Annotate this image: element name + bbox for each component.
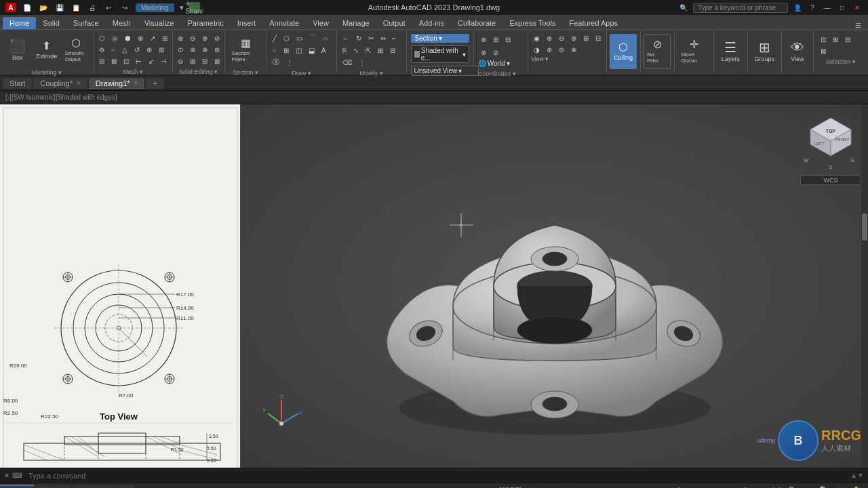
se-2[interactable]: ⊖ xyxy=(187,33,198,43)
se-4[interactable]: ⊘ xyxy=(212,33,222,43)
draw-poly[interactable]: ⬡ xyxy=(281,33,292,43)
pan-icon[interactable]: ✋ xyxy=(850,485,863,489)
nav-icon[interactable]: 🔍 xyxy=(818,485,830,489)
view-ex-6[interactable]: ⊟ xyxy=(593,33,604,43)
layout-tab-layout1[interactable]: Layout1 xyxy=(35,485,75,489)
wcs-label[interactable]: WCS xyxy=(800,176,861,185)
tool-13[interactable]: ⊟ xyxy=(96,56,107,66)
dyn-ucs-icon[interactable]: ⊜ xyxy=(707,485,719,489)
minimize-btn[interactable]: — xyxy=(822,2,833,13)
otrack-icon[interactable]: ⊙ xyxy=(609,485,621,489)
mod-trim[interactable]: ✂ xyxy=(366,33,376,43)
annotation-icon[interactable]: Aa xyxy=(723,485,735,489)
sel-cycle-icon[interactable]: ↻ xyxy=(674,485,686,489)
app-icon[interactable]: A xyxy=(5,3,16,12)
layers-button[interactable]: ☰ Layers xyxy=(717,34,744,69)
tool-8[interactable]: ○ xyxy=(108,44,118,55)
osnap-icon[interactable]: ⊘ xyxy=(593,485,605,489)
view-ex-8[interactable]: ⊕ xyxy=(544,44,555,55)
lw-icon[interactable]: ≡ xyxy=(642,485,654,489)
cmd-x-btn[interactable]: ✕ xyxy=(4,472,9,479)
dynin-icon[interactable]: ⊚ xyxy=(625,485,637,489)
no-filter-button[interactable]: ⊘ No Filter xyxy=(644,34,671,69)
polar-icon[interactable]: ⊗ xyxy=(576,485,589,489)
tool-16[interactable]: ⊢ xyxy=(133,56,144,66)
share-btn[interactable]: ✈ Share xyxy=(189,2,200,13)
culling-button[interactable]: ⬡ Culling xyxy=(610,34,637,69)
mod-array[interactable]: ⊞ xyxy=(375,45,386,56)
draw-mtext[interactable]: Ⓐ xyxy=(270,57,282,68)
tab-visualize[interactable]: Visualize xyxy=(138,17,181,29)
tab-express[interactable]: Express Tools xyxy=(502,17,562,29)
tool-12[interactable]: ⊞ xyxy=(156,44,167,55)
draw-more[interactable]: ⋮ xyxy=(283,57,296,68)
tab-parametric[interactable]: Parametric xyxy=(180,17,230,29)
view-button[interactable]: 👁 View xyxy=(784,34,811,69)
se-10[interactable]: ⊞ xyxy=(187,56,198,66)
viewcube[interactable]: TOP LEFT FRONT W E S WCS xyxy=(800,111,861,172)
tab-view[interactable]: View xyxy=(306,17,336,29)
draw-rect[interactable]: ▭ xyxy=(294,33,305,43)
smooth-object-button[interactable]: ⬡ Smooth Object xyxy=(62,33,90,68)
lock-icon[interactable]: 🔒 xyxy=(785,485,797,489)
profile-icon[interactable]: 👤 xyxy=(792,2,803,13)
mod-copy[interactable]: ⎘ xyxy=(340,45,349,56)
drawing1-close[interactable]: × xyxy=(134,79,138,87)
3d-modeling-dropdown[interactable]: Modeling xyxy=(136,3,174,12)
shaded-dropdown[interactable]: Shaded with e... ▾ xyxy=(411,45,469,63)
isolate-icon[interactable]: ⊝ xyxy=(755,485,768,489)
doc-tab-drawing1[interactable]: Drawing1* × xyxy=(89,78,145,89)
tab-collaborate[interactable]: Collaborate xyxy=(451,17,502,29)
tool-17[interactable]: ↙ xyxy=(146,56,157,66)
close-btn[interactable]: ✕ xyxy=(852,2,863,13)
box-button[interactable]: ⬛ Box xyxy=(4,33,31,68)
search-icon[interactable]: 🔍 xyxy=(678,2,689,13)
layout-tab-model[interactable]: Model xyxy=(0,485,34,489)
snap-icon[interactable]: ⊕ xyxy=(544,485,556,489)
tab-mesh[interactable]: Mesh xyxy=(106,17,138,29)
doc-tab-start[interactable]: Start xyxy=(3,78,32,89)
draw-arc1[interactable]: ⌒ xyxy=(307,33,319,43)
nav2-icon[interactable]: ⊞ xyxy=(834,485,846,489)
view-ex-1[interactable]: ◉ xyxy=(531,33,542,43)
tab-insert[interactable]: Insert xyxy=(231,17,263,29)
draw-line[interactable]: ╱ xyxy=(270,33,279,43)
mod-mirror[interactable]: ⇔ xyxy=(378,33,389,43)
mod-move[interactable]: ↔ xyxy=(340,33,352,43)
section-dropdown[interactable]: Section ▾ xyxy=(411,34,469,43)
tool-3[interactable]: ⬢ xyxy=(122,33,134,43)
mod-more[interactable]: ⋮ xyxy=(356,57,368,68)
help-icon[interactable]: ? xyxy=(807,2,818,13)
sel-4[interactable]: ⊠ xyxy=(818,45,829,56)
dropdown-arrow[interactable]: ▾ xyxy=(180,3,184,12)
view-ex-5[interactable]: ⊞ xyxy=(580,33,591,43)
coupling-close[interactable]: × xyxy=(77,79,81,87)
view-ex-9[interactable]: ⊖ xyxy=(556,44,567,55)
draw-arc2[interactable]: ⌓ xyxy=(320,33,331,43)
mod-rotate[interactable]: ↻ xyxy=(353,33,364,43)
tab-addins[interactable]: Add-ins xyxy=(412,17,451,29)
saveas-icon[interactable]: 📋 xyxy=(71,2,81,13)
tool-15[interactable]: ⊡ xyxy=(121,56,132,66)
se-6[interactable]: ⊚ xyxy=(187,44,198,55)
draw-circ[interactable]: ○ xyxy=(270,45,279,56)
tab-annotate[interactable]: Annotate xyxy=(262,17,306,29)
command-input[interactable] xyxy=(24,472,848,480)
move-gizmo-button[interactable]: ✛ Move Gizmo xyxy=(679,34,709,69)
workspace-icon[interactable]: ⚙ xyxy=(739,485,751,489)
draw-grad[interactable]: ◫ xyxy=(293,45,304,56)
se-3[interactable]: ⊗ xyxy=(199,33,210,43)
add-tab-btn[interactable]: + xyxy=(146,78,163,89)
draw-hatch[interactable]: ⊞ xyxy=(281,45,292,56)
extrude-button[interactable]: ⬆ Extrude xyxy=(33,33,60,68)
tool-10[interactable]: ↺ xyxy=(132,44,142,55)
tool-11[interactable]: ⊕ xyxy=(144,44,155,55)
workspace-dropdown[interactable]: ☰ xyxy=(851,22,865,29)
print-icon[interactable]: 🖨 xyxy=(87,2,98,13)
view-ex-10[interactable]: ⊗ xyxy=(568,44,579,55)
sel-2[interactable]: ⊞ xyxy=(830,34,841,45)
tab-home[interactable]: Home xyxy=(3,17,36,29)
search-field[interactable]: Type a keyword or phrase xyxy=(693,3,788,13)
undo-icon[interactable]: ↩ xyxy=(103,2,114,13)
view-ex-4[interactable]: ⊗ xyxy=(568,33,579,43)
